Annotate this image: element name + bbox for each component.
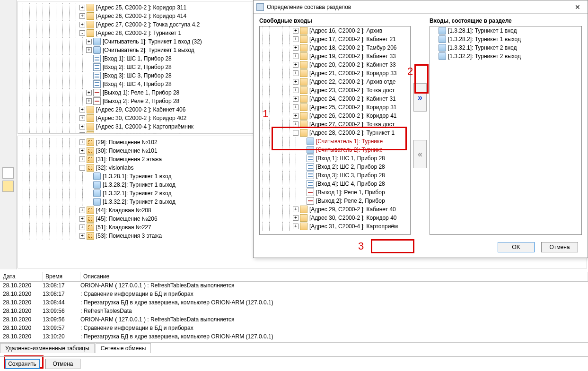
expand-icon[interactable]: + <box>79 115 85 121</box>
collapse-icon[interactable]: - <box>79 165 85 171</box>
expand-icon[interactable]: + <box>293 62 298 68</box>
list-item-label: [1.3.28.1]: Турникет 1 вход <box>448 27 517 34</box>
tool-generic-icon[interactable] <box>2 167 14 179</box>
expand-icon[interactable]: + <box>293 121 298 127</box>
expand-icon[interactable]: + <box>79 224 85 230</box>
log-desc: : Перезагрузка БД в ядре завершена, комп… <box>80 333 588 341</box>
move-right-button[interactable]: » <box>413 83 427 112</box>
expand-icon[interactable]: + <box>79 22 85 27</box>
tree-no-expander <box>86 199 92 205</box>
tree-item[interactable]: +[Адрес 19, С2000-2 ]: Кабинет 33 <box>260 52 410 60</box>
tree-item[interactable]: +[Адрес 27, С2000-2 ]: Точка дост <box>260 120 410 129</box>
expand-icon[interactable]: + <box>293 36 298 42</box>
tree-item[interactable]: [Вход 2]: ШС 2, Прибор 28 <box>260 163 410 171</box>
collapse-icon[interactable]: - <box>293 130 298 136</box>
expand-icon[interactable]: + <box>79 5 85 10</box>
cancel-button[interactable]: Отмена <box>541 242 578 252</box>
tree-item[interactable]: [Считыватель 1]: Турнике <box>260 137 410 146</box>
expand-icon[interactable]: + <box>79 139 85 145</box>
tree-item[interactable]: +[Адрес 23, С2000-2 ]: Точка дост <box>260 86 410 95</box>
expand-icon[interactable]: + <box>79 132 85 134</box>
expand-icon[interactable]: + <box>293 53 298 59</box>
dev-icon <box>300 27 307 35</box>
log-header-desc[interactable]: Описание <box>80 272 588 281</box>
tree-item[interactable]: +[Адрес 24, С2000-2 ]: Кабинет 31 <box>260 95 410 103</box>
expand-icon[interactable]: + <box>293 79 298 85</box>
assigned-inputs-list[interactable]: [1.3.28.1]: Турникет 1 вход[1.3.28.2]: Т… <box>430 26 582 235</box>
ok-button[interactable]: OK <box>498 242 535 252</box>
tab-remote-changed[interactable]: Удаленно-измененные таблицы <box>0 343 95 353</box>
list-item[interactable]: [1.3.28.2]: Турникет 1 выход <box>430 35 581 43</box>
expand-icon[interactable]: + <box>293 96 298 102</box>
footer-cancel-button[interactable]: Отмена <box>45 359 80 369</box>
tree-item[interactable]: [Вход 1]: ШС 1, Прибор 28 <box>260 154 410 163</box>
tree-item[interactable]: +[Адрес 18, С2000-2 ]: Тамбур 206 <box>260 43 410 52</box>
list-item[interactable]: [1.3.28.1]: Турникет 1 вход <box>430 26 581 35</box>
tree-item[interactable]: +[Адрес 17, С2000-2 ]: Кабинет 21 <box>260 35 410 43</box>
move-left-button[interactable]: « <box>413 140 427 168</box>
expand-icon[interactable]: + <box>86 47 92 53</box>
expand-icon[interactable]: + <box>79 233 85 239</box>
expand-icon[interactable]: + <box>79 156 85 162</box>
log-header-time[interactable]: Время <box>43 272 80 281</box>
tree-item[interactable]: [Вход 4]: ШС 4, Прибор 28 <box>260 180 410 188</box>
log-header-row: Дата Время Описание <box>0 272 588 282</box>
expand-icon[interactable]: + <box>86 39 92 44</box>
relay-icon <box>307 189 314 196</box>
tree-item[interactable]: +[Адрес 20, С2000-2 ]: Кабинет 33 <box>260 60 410 69</box>
tree-item[interactable]: +[Адрес 16, С2000-2 ]: Архив <box>260 26 410 35</box>
reader-icon <box>439 52 446 60</box>
tree-item[interactable]: +[Адрес 29, С2000-2 ]: Кабинет 40 <box>260 205 410 214</box>
log-row[interactable]: 28.10.202013:09:56: RefreshTablesData <box>0 307 588 316</box>
dev-icon <box>87 123 94 130</box>
reader-icon <box>93 198 101 206</box>
expand-icon[interactable]: + <box>293 215 298 221</box>
tree-item[interactable]: +[Адрес 31, С2000-4 ]: Картоприём <box>260 222 410 231</box>
tree-item[interactable]: +[Адрес 22, С2000-2 ]: Архив отде <box>260 78 410 86</box>
tool-calendar-icon[interactable] <box>2 181 14 192</box>
list-item[interactable]: [1.3.32.2]: Турникет 2 выход <box>430 52 581 60</box>
expand-icon[interactable]: + <box>293 104 298 110</box>
list-item[interactable]: [1.3.32.1]: Турникет 2 вход <box>430 43 581 52</box>
dev-icon <box>300 61 307 69</box>
tree-item[interactable]: +[Адрес 30, С2000-2 ]: Коридор 40 <box>260 214 410 222</box>
expand-icon[interactable]: + <box>293 224 298 229</box>
expand-icon[interactable]: + <box>293 207 298 212</box>
tree-item[interactable]: +[Адрес 25, С2000-2 ]: Коридор 31 <box>260 103 410 112</box>
close-button[interactable]: ✕ <box>570 2 585 12</box>
expand-icon[interactable]: + <box>293 45 298 51</box>
expand-icon[interactable]: + <box>293 28 298 34</box>
expand-icon[interactable]: + <box>79 124 85 129</box>
tree-item[interactable]: -[Адрес 28, С2000-2 ]: Турникет 1 <box>260 129 410 137</box>
expand-icon[interactable]: + <box>79 13 85 19</box>
log-row[interactable]: 28.10.202013:08:17: Сравнение информации… <box>0 290 588 299</box>
log-header-date[interactable]: Дата <box>0 272 43 281</box>
tree-item-label: [Выход 1]: Реле 1, Прибор 28 <box>103 89 179 96</box>
log-row[interactable]: 28.10.202013:08:17ORION-ARM ( 127.0.0.1 … <box>0 282 588 290</box>
log-row[interactable]: 28.10.202013:09:56ORION-ARM ( 127.0.0.1 … <box>0 316 588 324</box>
save-button[interactable]: Сохранить <box>5 359 40 369</box>
tree-item[interactable]: [Вход 3]: ШС 3, Прибор 28 <box>260 171 410 180</box>
expand-icon[interactable]: + <box>293 70 298 76</box>
expand-icon[interactable]: + <box>293 113 298 119</box>
expand-icon[interactable]: + <box>79 107 85 112</box>
tree-item-label: [Адрес 27, С2000-2 ]: Точка дост <box>309 121 395 128</box>
expand-icon[interactable]: + <box>79 148 85 154</box>
tree-item[interactable]: [Считыватель 2]: Турнике <box>260 146 410 154</box>
expand-icon[interactable]: + <box>79 207 85 213</box>
log-row[interactable]: 28.10.202013:10:20: Перезагрузка БД в яд… <box>0 333 588 341</box>
tree-item[interactable]: [Выход 1]: Реле 1, Прибор <box>260 188 410 197</box>
log-row[interactable]: 28.10.202013:08:44: Перезагрузка БД в яд… <box>0 299 588 307</box>
expand-icon[interactable]: + <box>293 87 298 93</box>
collapse-icon[interactable]: - <box>79 30 85 36</box>
tab-network-exchange[interactable]: Сетевые обмены <box>96 343 151 353</box>
expand-icon[interactable]: + <box>86 90 92 95</box>
log-row[interactable]: 28.10.202013:09:57: Сравнение информации… <box>0 324 588 333</box>
tree-item[interactable]: +[Адрес 26, С2000-2 ]: Коридор 41 <box>260 112 410 120</box>
expand-icon[interactable]: + <box>79 216 85 222</box>
log-date: 28.10.2020 <box>0 333 43 341</box>
tree-item[interactable]: +[Адрес 21, С2000-2 ]: Коридор 33 <box>260 69 410 78</box>
free-inputs-list[interactable]: +[Адрес 16, С2000-2 ]: Архив+[Адрес 17, … <box>259 26 411 235</box>
expand-icon[interactable]: + <box>86 98 92 104</box>
tree-item[interactable]: [Выход 2]: Реле 2, Прибор <box>260 197 410 205</box>
